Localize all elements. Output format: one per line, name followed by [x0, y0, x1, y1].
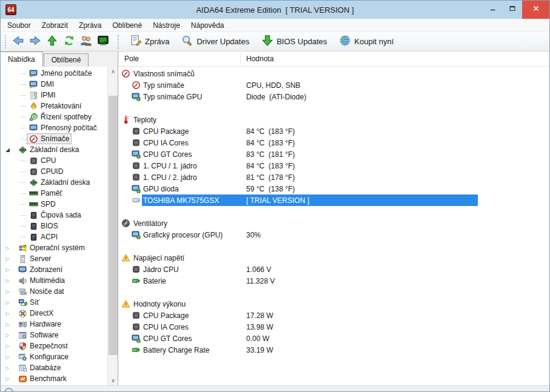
tree-item-zobrazen[interactable]: ▷Zobrazení — [1, 264, 118, 275]
tree-item-ipmi[interactable]: IPMI — [1, 90, 118, 101]
tree-item-directx[interactable]: ▷DirectX — [1, 308, 118, 319]
tree-item-dmi[interactable]: DMI — [1, 79, 118, 90]
section-title-row[interactable]: Ventilátory — [118, 218, 550, 229]
menu-item-zpr-va[interactable]: Zpráva — [73, 19, 107, 32]
tree-item-p-etaktov-n[interactable]: Přetaktování — [1, 101, 118, 111]
tree-item-software[interactable]: ▷Software — [1, 330, 118, 341]
expand-arrow-icon[interactable]: ▷ — [4, 365, 12, 371]
sensor-row-cpu-ia-cores[interactable]: CPU IA Cores84 °C (183 °F) — [118, 137, 550, 148]
expand-arrow-icon[interactable]: ▷ — [4, 278, 12, 284]
tree-item-server[interactable]: ▷Server — [1, 253, 118, 264]
sensor-row-typ-sn-ma-e[interactable]: Typ snímačeCPU, HDD, SNB — [118, 79, 550, 91]
expand-arrow-icon[interactable]: ▷ — [4, 344, 12, 349]
tree-item-label: Benchmark — [30, 374, 67, 383]
refresh-button[interactable] — [61, 34, 78, 50]
toolbar-button-bios-updates[interactable]: BIOS Updates — [255, 34, 333, 50]
minimize-button[interactable] — [483, 1, 503, 19]
tab-obl-ben[interactable]: Oblíbené — [44, 53, 89, 67]
tree-item-s[interactable]: ▷Síť — [1, 297, 118, 308]
sensor-row-1-cpu-2-j-dro[interactable]: 1. CPU / 2. jádro81 °C (178 °F) — [118, 171, 550, 183]
tree-item-bezpe-nost[interactable]: ▷Bezpečnost — [1, 341, 118, 351]
tree-item-nosi-e-dat[interactable]: ▷Nosiče dat — [1, 286, 118, 297]
expand-arrow-icon[interactable]: ▷ — [4, 289, 12, 294]
expand-arrow-icon[interactable]: ▷ — [4, 267, 12, 273]
tree-item-bios[interactable]: BIOS — [1, 221, 118, 231]
section-title-row[interactable]: Hodnoty výkonu — [118, 298, 550, 310]
section-title-row[interactable]: Vlastnosti snímačů — [118, 68, 550, 79]
tree-item-z-kladn-deska[interactable]: ◢Základní deska — [1, 144, 118, 155]
tree-item-pam[interactable]: Paměť — [1, 188, 118, 199]
expand-arrow-icon[interactable]: ▷ — [4, 256, 12, 262]
scroll-down-icon[interactable]: ∨ — [108, 376, 118, 386]
scroll-up-icon[interactable]: ∧ — [108, 67, 118, 77]
tree-item-opera-n-syst-m[interactable]: ▷Operační systém — [1, 242, 118, 253]
tree-item-cpuid[interactable]: CPUID — [1, 166, 118, 177]
back-icon — [12, 35, 24, 49]
tree-item-spd[interactable]: SPD — [1, 199, 118, 210]
maximize-button[interactable] — [503, 1, 522, 19]
computer-icon — [29, 69, 38, 78]
tree-item-label: CPUID — [41, 167, 63, 176]
gauge-icon — [29, 135, 38, 144]
expand-arrow-icon[interactable]: ▷ — [4, 354, 12, 360]
column-header-pole[interactable]: Pole — [124, 55, 139, 63]
monitor-icon — [18, 265, 27, 274]
tree-item-z-kladn-deska[interactable]: Základní deska — [1, 177, 118, 188]
tree-item-cpu[interactable]: CPU — [1, 155, 118, 166]
expand-arrow-icon[interactable]: ▷ — [4, 300, 12, 305]
toolbar-button-driver-updates[interactable]: Driver Updates — [175, 34, 255, 50]
column-divider[interactable] — [240, 53, 241, 64]
expand-arrow-icon[interactable]: ▷ — [4, 245, 12, 251]
toolbar-button-koupit-nyn[interactable]: Koupit nyní — [333, 34, 400, 50]
expand-arrow-icon[interactable]: ▷ — [4, 333, 12, 338]
expand-arrow-icon[interactable]: ▷ — [4, 376, 12, 382]
sensor-row-gpu-dioda[interactable]: GPU dioda59 °C (138 °F) — [118, 183, 550, 194]
toolbar-button-zpr-va[interactable]: Zpráva — [124, 34, 175, 50]
tree-item-hardware[interactable]: ▷Hardware — [1, 319, 118, 330]
section-title-row[interactable]: Teploty — [118, 114, 550, 125]
sensor-row-typ-sn-ma-e-gpu[interactable]: Typ snímače GPUDiode (ATI-Diode) — [118, 91, 550, 102]
tree-item-datab-ze[interactable]: ▷Databáze — [1, 362, 118, 373]
menu-item-obl-ben[interactable]: Oblíbené — [107, 19, 147, 32]
tab-nab-dka[interactable]: Nabídka — [1, 51, 43, 67]
scrollbar-thumb[interactable] — [109, 96, 118, 355]
back-button[interactable] — [10, 34, 27, 50]
menu-item-n-stroje[interactable]: Nástroje — [147, 19, 186, 32]
tree-item-zen-spot-eby[interactable]: Řízení spotřeby — [1, 111, 118, 122]
forward-button[interactable] — [27, 34, 44, 50]
menu-item-zobrazit[interactable]: Zobrazit — [36, 19, 73, 32]
section-title-row[interactable]: Napájecí napětí — [118, 252, 550, 264]
tree-scrollbar[interactable]: ∧ ∨ — [107, 67, 118, 386]
up-button[interactable] — [44, 34, 61, 50]
users-button[interactable] — [78, 34, 95, 50]
menu-item-n-pov-da[interactable]: Nápověda — [186, 19, 230, 32]
tree-item-content: Paměť — [27, 188, 65, 199]
expand-arrow-icon[interactable]: ▷ — [4, 311, 12, 316]
tree-item-jm-no-po-ta-e[interactable]: Jméno počítače — [1, 68, 118, 79]
tree-item-ipov-sada[interactable]: Čipová sada — [1, 210, 118, 221]
sensor-row-cpu-package[interactable]: CPU Package84 °C (183 °F) — [118, 125, 550, 137]
expand-arrow-icon[interactable]: ◢ — [4, 147, 12, 153]
sensor-row-cpu-package[interactable]: CPU Package17.28 W — [118, 310, 550, 321]
sensor-row-cpu-ia-cores[interactable]: CPU IA Cores13.98 W — [118, 321, 550, 333]
close-button[interactable] — [522, 1, 549, 19]
sensor-row-j-dro-cpu[interactable]: Jádro CPU1.066 V — [118, 264, 550, 275]
expand-arrow-icon[interactable]: ▷ — [4, 322, 12, 327]
sensor-row-cpu-gt-cores[interactable]: CPU GT Cores0.00 W — [118, 333, 550, 344]
tree-item-acpi[interactable]: ACPI — [1, 231, 118, 242]
menu-item-soubor[interactable]: Soubor — [2, 19, 36, 32]
tree-item-benchmark[interactable]: ▷Benchmark — [1, 373, 118, 384]
column-header-hodnota[interactable]: Hodnota — [246, 55, 273, 63]
sensor-row-grafick-procesor-gpu[interactable]: Grafický procesor (GPU)30% — [118, 229, 550, 241]
sensor-label: 1. CPU / 2. jádro — [143, 173, 197, 182]
tree-item-sn-ma-e[interactable]: Snímače — [1, 133, 118, 144]
sensor-row-1-cpu-1-j-dro[interactable]: 1. CPU / 1. jádro84 °C (183 °F) — [118, 160, 550, 171]
sensor-row-toshiba-mk7575gsx[interactable]: TOSHIBA MK7575GSX[ TRIAL VERSION ] — [118, 194, 550, 206]
tree-item-konfigurace[interactable]: ▷Konfigurace — [1, 351, 118, 362]
sensor-row-baterie[interactable]: Baterie11.328 V — [118, 275, 550, 287]
tree-item-p-enosn-po-ta[interactable]: Přenosný počítač — [1, 122, 118, 133]
sensor-row-battery-charge-rate[interactable]: Battery Charge Rate33.19 W — [118, 344, 550, 356]
sensor-row-cpu-gt-cores[interactable]: CPU GT Cores83 °C (181 °F) — [118, 148, 550, 160]
tree-item-multim-dia[interactable]: ▷Multimédia — [1, 275, 118, 286]
remote-monitor-button[interactable] — [95, 34, 112, 50]
